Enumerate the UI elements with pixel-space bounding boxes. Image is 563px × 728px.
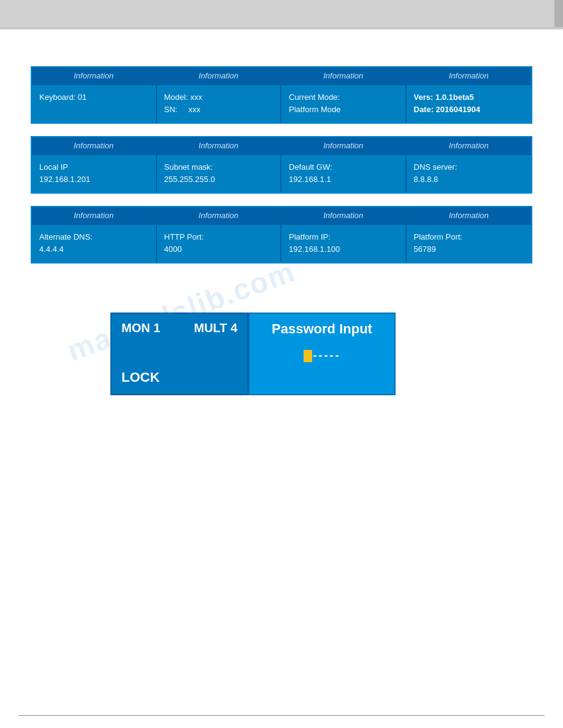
info-cell-subnet: Information Subnet mask:255.255.255.0 (157, 137, 282, 192)
info-header-platformip: Information (282, 207, 405, 225)
info-body-mode: Current Mode:Platform Mode (282, 85, 405, 123)
info-header-platformport: Information (407, 207, 532, 225)
info-body-dns: DNS server:8.8.8.8 (407, 155, 532, 192)
info-cell-mode: Information Current Mode:Platform Mode (282, 67, 407, 123)
info-cell-localip: Information Local IP192.168.1.201 (32, 137, 157, 192)
password-title: Password Input (272, 321, 372, 337)
info-body-version: Vers: 1.0.1beta5Date: 2016041904 (407, 85, 532, 123)
info-cell-altdns: Information Alternate DNS:4.4.4.4 (32, 207, 157, 262)
info-header-gateway: Information (282, 137, 405, 155)
main-content: Information Keyboard: 01 Information Mod… (0, 29, 563, 395)
info-header-mode: Information (282, 67, 405, 85)
info-header-dns: Information (407, 137, 532, 155)
info-header-localip: Information (32, 137, 156, 155)
top-bar (0, 0, 563, 29)
bottom-line (18, 715, 545, 716)
info-header-http: Information (157, 207, 281, 225)
info-cell-dns: Information DNS server:8.8.8.8 (407, 137, 532, 192)
info-header-version: Information (407, 67, 532, 85)
mon-lock-box: MON 1 MULT 4 LOCK (110, 313, 248, 395)
scrollbar[interactable] (554, 0, 563, 27)
info-cell-version: Information Vers: 1.0.1beta5Date: 201604… (407, 67, 532, 123)
info-body-gateway: Default GW:192.168.1.1 (282, 155, 405, 192)
info-body-localip: Local IP192.168.1.201 (32, 155, 156, 192)
lock-label: LOCK (121, 370, 159, 385)
password-box: Password Input ----- (248, 313, 396, 395)
info-table-row1: Information Keyboard: 01 Information Mod… (31, 66, 532, 124)
mon-label: MON 1 (121, 321, 160, 335)
info-table-row3: Information Alternate DNS:4.4.4.4 Inform… (31, 206, 532, 264)
info-header-keyboard: Information (32, 67, 156, 85)
info-body-model: Model: xxxSN: xxx (157, 85, 281, 123)
info-cell-platformport: Information Platform Port:56789 (407, 207, 532, 262)
dash-chars: ----- (313, 349, 341, 362)
top-bar-inner (0, 0, 563, 27)
info-table-row2: Information Local IP192.168.1.201 Inform… (31, 136, 532, 194)
info-body-platformport: Platform Port:56789 (407, 225, 532, 262)
info-cell-gateway: Information Default GW:192.168.1.1 (282, 137, 407, 192)
cursor-char (304, 350, 312, 362)
widgets-area: MON 1 MULT 4 LOCK Password Input ----- (31, 313, 532, 395)
info-body-subnet: Subnet mask:255.255.255.0 (157, 155, 281, 192)
mult-label: MULT 4 (194, 321, 237, 335)
info-header-subnet: Information (157, 137, 281, 155)
mon-top-row: MON 1 MULT 4 (121, 321, 237, 335)
info-body-altdns: Alternate DNS:4.4.4.4 (32, 225, 156, 262)
info-header-model: Information (157, 67, 281, 85)
info-body-keyboard: Keyboard: 01 (32, 85, 156, 111)
info-header-altdns: Information (32, 207, 156, 225)
password-input-row[interactable]: ----- (304, 349, 341, 362)
info-cell-model: Information Model: xxxSN: xxx (157, 67, 282, 123)
info-cell-http: Information HTTP Port:4000 (157, 207, 282, 262)
info-cell-keyboard: Information Keyboard: 01 (32, 67, 157, 123)
info-cell-platformip: Information Platform IP:192.168.1.100 (282, 207, 407, 262)
info-body-http: HTTP Port:4000 (157, 225, 281, 262)
info-body-platformip: Platform IP:192.168.1.100 (282, 225, 405, 262)
